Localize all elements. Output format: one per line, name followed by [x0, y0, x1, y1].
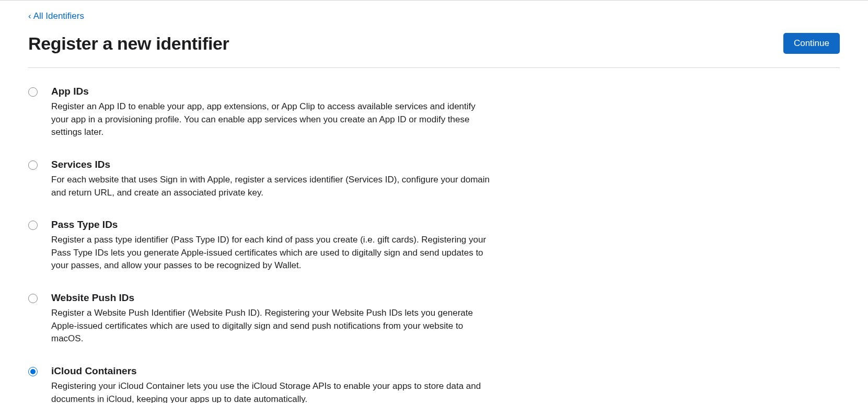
option-title: App IDs	[51, 86, 530, 97]
option-title: Website Push IDs	[51, 292, 530, 304]
option-description: For each website that uses Sign in with …	[51, 174, 493, 199]
option-app-ids: App IDs Register an App ID to enable you…	[28, 86, 530, 139]
option-title: iCloud Containers	[51, 365, 530, 377]
back-link[interactable]: ‹ All Identifiers	[28, 11, 84, 21]
option-website-push-ids: Website Push IDs Register a Website Push…	[28, 292, 530, 346]
continue-button[interactable]: Continue	[783, 33, 840, 54]
option-description: Register a pass type identifier (Pass Ty…	[51, 234, 493, 272]
option-pass-type-ids: Pass Type IDs Register a pass type ident…	[28, 219, 530, 272]
chevron-left-icon: ‹	[28, 11, 31, 21]
option-description: Register a Website Push Identifier (Webs…	[51, 307, 493, 346]
radio-icloud-containers[interactable]	[28, 367, 38, 376]
option-description: Register an App ID to enable your app, a…	[51, 100, 493, 139]
radio-website-push-ids[interactable]	[28, 294, 38, 303]
option-services-ids: Services IDs For each website that uses …	[28, 159, 530, 199]
option-description: Registering your iCloud Container lets y…	[51, 380, 493, 403]
option-title: Pass Type IDs	[51, 219, 530, 231]
page-header: Register a new identifier Continue	[28, 33, 840, 68]
option-icloud-containers: iCloud Containers Registering your iClou…	[28, 365, 530, 403]
identifier-type-list: App IDs Register an App ID to enable you…	[28, 86, 530, 403]
page-title: Register a new identifier	[28, 33, 229, 54]
radio-services-ids[interactable]	[28, 160, 38, 170]
back-link-label: All Identifiers	[33, 11, 84, 21]
radio-app-ids[interactable]	[28, 87, 38, 97]
option-title: Services IDs	[51, 159, 530, 170]
radio-pass-type-ids[interactable]	[28, 221, 38, 230]
